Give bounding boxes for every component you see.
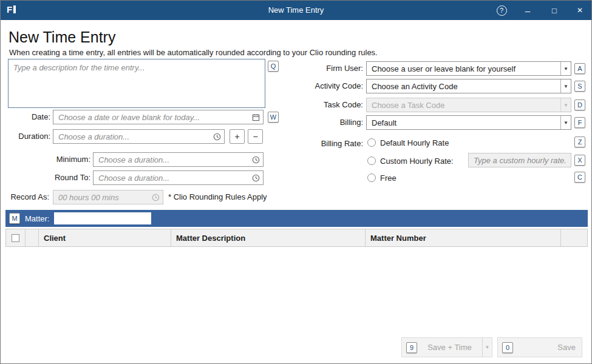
- chevron-down-icon: ▼: [560, 98, 571, 112]
- radio-custom-hourly-rate[interactable]: Custom Hourly Rate:: [367, 155, 454, 167]
- matter-table-header: Client Matter Description Matter Number: [5, 229, 588, 247]
- shortcut-badge-m: M: [9, 213, 20, 224]
- matter-bar: M Matter:: [5, 210, 588, 227]
- maximize-button[interactable]: □: [544, 1, 565, 20]
- chevron-down-icon[interactable]: ▼: [560, 79, 571, 93]
- billing-label: Billing:: [274, 115, 363, 130]
- radio-custom-hourly-rate-label: Custom Hourly Rate:: [380, 157, 454, 166]
- duration-label: Duration:: [1, 129, 50, 144]
- custom-hourly-rate-field: [468, 153, 571, 167]
- radio-button-icon[interactable]: [367, 174, 376, 182]
- save-plus-time-label: Save + Time: [417, 343, 482, 352]
- shortcut-badge-s: S: [574, 81, 585, 92]
- chevron-down-icon: ▼: [485, 345, 490, 350]
- firm-user-value: Choose a user or leave blank for yoursel…: [367, 62, 560, 75]
- activity-code-label: Activity Code:: [274, 79, 363, 93]
- rounding-rules-note: * Clio Rounding Rules Apply: [168, 190, 302, 204]
- clock-icon: [151, 194, 163, 201]
- select-all-cell[interactable]: [6, 229, 26, 246]
- radio-button-icon[interactable]: [367, 138, 376, 147]
- clock-icon[interactable]: [212, 133, 224, 141]
- close-button[interactable]: ✕: [570, 1, 590, 20]
- minimum-input[interactable]: [94, 153, 251, 166]
- radio-default-hourly-rate-label: Default Hourly Rate: [380, 138, 449, 147]
- page-subtitle: When creating a time entry, all entries …: [9, 48, 378, 57]
- new-time-entry-window: F New Time Entry ? – □ ✕ New Time Entry …: [0, 0, 592, 364]
- page-title: New Time Entry: [9, 29, 115, 46]
- shortcut-badge-z: Z: [574, 136, 585, 147]
- clock-icon[interactable]: [251, 156, 263, 164]
- duration-input[interactable]: [53, 130, 212, 143]
- round-to-label: Round To:: [1, 170, 90, 185]
- plus-icon: +: [234, 132, 239, 141]
- matter-description-column-header[interactable]: Matter Description: [171, 229, 366, 246]
- task-code-dropdown: Choose a Task Code ▼: [366, 98, 571, 112]
- radio-free-label: Free: [380, 174, 396, 183]
- chevron-down-icon[interactable]: ▼: [560, 116, 571, 129]
- scroll-gutter: [561, 229, 587, 246]
- maximize-icon: □: [552, 6, 557, 15]
- title-bar: F New Time Entry ? – □ ✕: [1, 1, 591, 20]
- radio-button-icon[interactable]: [367, 157, 376, 165]
- close-icon: ✕: [577, 6, 583, 15]
- round-to-input[interactable]: [94, 171, 251, 184]
- shortcut-badge-0: 0: [502, 342, 513, 353]
- firm-user-label: Firm User:: [274, 61, 363, 76]
- minimum-label: Minimum:: [1, 152, 90, 167]
- shortcut-badge-f: F: [574, 117, 585, 128]
- firm-user-dropdown[interactable]: Choose a user or leave blank for yoursel…: [366, 61, 571, 76]
- spacer-column-header: [26, 229, 39, 246]
- matter-label: Matter:: [25, 214, 49, 223]
- round-to-field[interactable]: [93, 170, 264, 185]
- record-as-field: [53, 190, 163, 204]
- date-label: Date:: [1, 110, 50, 124]
- shortcut-badge-a: A: [574, 63, 585, 74]
- radio-default-hourly-rate[interactable]: Default Hourly Rate: [367, 136, 449, 149]
- save-button-label: Save: [513, 343, 582, 352]
- task-code-value: Choose a Task Code: [367, 98, 560, 112]
- billing-value: Default: [367, 116, 560, 129]
- radio-free[interactable]: Free: [367, 172, 396, 184]
- matter-number-column-header[interactable]: Matter Number: [366, 229, 561, 246]
- save-button[interactable]: 0 Save: [497, 337, 582, 357]
- calendar-icon[interactable]: [251, 113, 263, 121]
- date-field[interactable]: [53, 110, 264, 124]
- shortcut-badge-9: 9: [406, 342, 417, 353]
- clock-icon[interactable]: [251, 174, 263, 182]
- minimize-button[interactable]: –: [517, 1, 538, 20]
- help-icon: ?: [497, 5, 507, 16]
- client-column-header[interactable]: Client: [39, 229, 171, 246]
- shortcut-badge-d: D: [574, 99, 585, 110]
- shortcut-badge-c: C: [574, 172, 585, 183]
- record-as-label: Record As:: [1, 190, 49, 204]
- shortcut-badge-x: X: [574, 155, 585, 166]
- activity-code-value: Choose an Activity Code: [367, 79, 560, 93]
- matter-table-body[interactable]: [5, 247, 588, 335]
- minimize-icon: –: [525, 5, 530, 16]
- duration-field[interactable]: [53, 129, 225, 144]
- duration-decrement-button[interactable]: −: [248, 129, 263, 144]
- custom-hourly-rate-input: [469, 153, 571, 167]
- activity-code-dropdown[interactable]: Choose an Activity Code ▼: [366, 79, 571, 93]
- select-all-checkbox[interactable]: [12, 234, 19, 242]
- chevron-down-icon[interactable]: ▼: [560, 62, 571, 75]
- billing-dropdown[interactable]: Default ▼: [366, 115, 571, 130]
- task-code-label: Task Code:: [274, 98, 363, 112]
- duration-increment-button[interactable]: +: [230, 129, 245, 144]
- minimum-field[interactable]: [93, 152, 264, 167]
- save-plus-time-button[interactable]: 9 Save + Time ▼: [401, 337, 492, 357]
- billing-rate-label: Billing Rate:: [274, 136, 363, 151]
- help-button[interactable]: ?: [491, 1, 512, 20]
- matter-search-input[interactable]: [54, 212, 151, 224]
- save-plus-time-dropdown-arrow[interactable]: ▼: [482, 338, 492, 357]
- minus-icon: −: [253, 132, 257, 141]
- date-input[interactable]: [53, 110, 251, 124]
- record-as-input: [53, 190, 151, 204]
- description-input[interactable]: [8, 59, 265, 108]
